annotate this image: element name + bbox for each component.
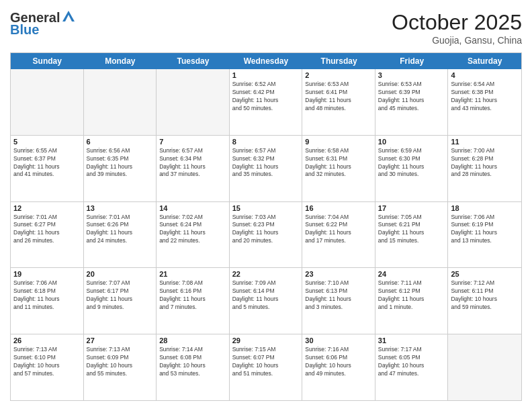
- calendar-cell: 21Sunrise: 7:08 AM Sunset: 6:16 PM Dayli…: [157, 268, 230, 334]
- calendar-body: 1Sunrise: 6:52 AM Sunset: 6:42 PM Daylig…: [11, 69, 521, 400]
- calendar-cell: 30Sunrise: 7:16 AM Sunset: 6:06 PM Dayli…: [302, 334, 375, 400]
- day-info: Sunrise: 7:08 AM Sunset: 6:16 PM Dayligh…: [159, 279, 226, 312]
- calendar-cell: 5Sunrise: 6:55 AM Sunset: 6:37 PM Daylig…: [11, 136, 84, 201]
- day-info: Sunrise: 6:59 AM Sunset: 6:30 PM Dayligh…: [378, 147, 445, 179]
- day-info: Sunrise: 7:11 AM Sunset: 6:12 PM Dayligh…: [378, 279, 445, 312]
- day-number: 24: [378, 270, 445, 278]
- day-info: Sunrise: 6:57 AM Sunset: 6:34 PM Dayligh…: [159, 147, 226, 179]
- calendar-cell: [448, 334, 521, 400]
- calendar-cell: 19Sunrise: 7:06 AM Sunset: 6:18 PM Dayli…: [11, 268, 84, 334]
- calendar-header: Sunday Monday Tuesday Wednesday Thursday…: [11, 53, 521, 69]
- calendar-cell: 11Sunrise: 7:00 AM Sunset: 6:28 PM Dayli…: [448, 136, 521, 201]
- day-info: Sunrise: 7:01 AM Sunset: 6:27 PM Dayligh…: [13, 214, 81, 246]
- day-info: Sunrise: 6:54 AM Sunset: 6:38 PM Dayligh…: [451, 81, 519, 113]
- day-number: 1: [232, 71, 300, 79]
- calendar-row-2: 12Sunrise: 7:01 AM Sunset: 6:27 PM Dayli…: [11, 202, 521, 269]
- day-number: 16: [305, 204, 372, 212]
- day-number: 18: [451, 204, 519, 212]
- day-number: 29: [232, 336, 300, 345]
- day-info: Sunrise: 6:52 AM Sunset: 6:42 PM Dayligh…: [232, 81, 300, 113]
- title-block: October 2025 Guojia, Gansu, China: [392, 10, 522, 46]
- day-info: Sunrise: 7:06 AM Sunset: 6:19 PM Dayligh…: [451, 214, 519, 246]
- calendar-cell: 27Sunrise: 7:13 AM Sunset: 6:09 PM Dayli…: [84, 334, 157, 400]
- day-number: 19: [13, 270, 81, 278]
- month-title: October 2025: [392, 10, 522, 35]
- calendar-cell: 2Sunrise: 6:53 AM Sunset: 6:41 PM Daylig…: [302, 69, 375, 135]
- day-info: Sunrise: 7:04 AM Sunset: 6:22 PM Dayligh…: [305, 214, 372, 246]
- day-info: Sunrise: 6:53 AM Sunset: 6:39 PM Dayligh…: [378, 81, 445, 113]
- weekday-wednesday: Wednesday: [230, 53, 303, 69]
- day-number: 12: [13, 204, 81, 212]
- calendar-cell: 17Sunrise: 7:05 AM Sunset: 6:21 PM Dayli…: [375, 202, 449, 268]
- day-number: 8: [232, 138, 300, 146]
- calendar-cell: 31Sunrise: 7:17 AM Sunset: 6:05 PM Dayli…: [375, 334, 449, 400]
- day-info: Sunrise: 6:53 AM Sunset: 6:41 PM Dayligh…: [305, 81, 372, 113]
- day-info: Sunrise: 7:13 AM Sunset: 6:09 PM Dayligh…: [87, 346, 154, 378]
- day-number: 11: [451, 138, 519, 146]
- calendar: Sunday Monday Tuesday Wednesday Thursday…: [10, 52, 522, 401]
- calendar-cell: 10Sunrise: 6:59 AM Sunset: 6:30 PM Dayli…: [375, 136, 449, 201]
- calendar-cell: 3Sunrise: 6:53 AM Sunset: 6:39 PM Daylig…: [375, 69, 449, 135]
- calendar-cell: 29Sunrise: 7:15 AM Sunset: 6:07 PM Dayli…: [230, 334, 303, 400]
- calendar-cell: 24Sunrise: 7:11 AM Sunset: 6:12 PM Dayli…: [375, 268, 449, 334]
- day-number: 26: [13, 336, 81, 345]
- calendar-cell: 1Sunrise: 6:52 AM Sunset: 6:42 PM Daylig…: [230, 69, 303, 135]
- day-number: 30: [305, 336, 372, 345]
- day-number: 17: [378, 204, 445, 212]
- weekday-monday: Monday: [84, 53, 157, 69]
- day-number: 7: [159, 138, 226, 146]
- day-number: 6: [87, 138, 154, 146]
- day-number: 4: [451, 71, 519, 79]
- calendar-cell: 22Sunrise: 7:09 AM Sunset: 6:14 PM Dayli…: [230, 268, 303, 334]
- day-number: 15: [232, 204, 300, 212]
- day-info: Sunrise: 7:17 AM Sunset: 6:05 PM Dayligh…: [378, 346, 445, 378]
- calendar-cell: 28Sunrise: 7:14 AM Sunset: 6:08 PM Dayli…: [157, 334, 230, 400]
- weekday-sunday: Sunday: [11, 53, 84, 69]
- location: Guojia, Gansu, China: [392, 35, 522, 46]
- calendar-cell: 8Sunrise: 6:57 AM Sunset: 6:32 PM Daylig…: [230, 136, 303, 201]
- logo: General Blue: [10, 10, 76, 37]
- calendar-cell: 20Sunrise: 7:07 AM Sunset: 6:17 PM Dayli…: [84, 268, 157, 334]
- day-number: 13: [87, 204, 154, 212]
- calendar-row-0: 1Sunrise: 6:52 AM Sunset: 6:42 PM Daylig…: [11, 69, 521, 136]
- calendar-cell: 14Sunrise: 7:02 AM Sunset: 6:24 PM Dayli…: [157, 202, 230, 268]
- day-number: 3: [378, 71, 445, 79]
- calendar-cell: 12Sunrise: 7:01 AM Sunset: 6:27 PM Dayli…: [11, 202, 84, 268]
- calendar-cell: [84, 69, 157, 135]
- day-info: Sunrise: 7:09 AM Sunset: 6:14 PM Dayligh…: [232, 279, 300, 312]
- logo-blue: Blue: [10, 22, 76, 37]
- calendar-cell: [11, 69, 84, 135]
- weekday-saturday: Saturday: [448, 53, 521, 69]
- day-info: Sunrise: 6:56 AM Sunset: 6:35 PM Dayligh…: [87, 147, 154, 179]
- calendar-cell: 23Sunrise: 7:10 AM Sunset: 6:13 PM Dayli…: [302, 268, 375, 334]
- day-number: 14: [159, 204, 226, 212]
- day-info: Sunrise: 7:10 AM Sunset: 6:13 PM Dayligh…: [305, 279, 372, 312]
- day-info: Sunrise: 7:03 AM Sunset: 6:23 PM Dayligh…: [232, 214, 300, 246]
- calendar-cell: [157, 69, 230, 135]
- calendar-cell: 16Sunrise: 7:04 AM Sunset: 6:22 PM Dayli…: [302, 202, 375, 268]
- calendar-cell: 4Sunrise: 6:54 AM Sunset: 6:38 PM Daylig…: [448, 69, 521, 135]
- calendar-cell: 6Sunrise: 6:56 AM Sunset: 6:35 PM Daylig…: [84, 136, 157, 201]
- day-number: 31: [378, 336, 445, 345]
- day-number: 21: [159, 270, 226, 278]
- calendar-cell: 25Sunrise: 7:12 AM Sunset: 6:11 PM Dayli…: [448, 268, 521, 334]
- day-number: 5: [13, 138, 81, 146]
- day-info: Sunrise: 6:55 AM Sunset: 6:37 PM Dayligh…: [13, 147, 81, 179]
- day-number: 28: [159, 336, 226, 345]
- weekday-thursday: Thursday: [302, 53, 375, 69]
- calendar-cell: 13Sunrise: 7:01 AM Sunset: 6:26 PM Dayli…: [84, 202, 157, 268]
- day-number: 9: [305, 138, 372, 146]
- day-info: Sunrise: 7:01 AM Sunset: 6:26 PM Dayligh…: [87, 214, 154, 246]
- day-info: Sunrise: 7:05 AM Sunset: 6:21 PM Dayligh…: [378, 214, 445, 246]
- page: General Blue October 2025 Guojia, Gansu,…: [0, 0, 532, 411]
- calendar-cell: 18Sunrise: 7:06 AM Sunset: 6:19 PM Dayli…: [448, 202, 521, 268]
- calendar-row-1: 5Sunrise: 6:55 AM Sunset: 6:37 PM Daylig…: [11, 136, 521, 202]
- calendar-row-3: 19Sunrise: 7:06 AM Sunset: 6:18 PM Dayli…: [11, 268, 521, 334]
- logo-icon: [61, 9, 76, 23]
- weekday-friday: Friday: [375, 53, 449, 69]
- day-info: Sunrise: 7:06 AM Sunset: 6:18 PM Dayligh…: [13, 279, 81, 312]
- day-number: 10: [378, 138, 445, 146]
- day-info: Sunrise: 7:13 AM Sunset: 6:10 PM Dayligh…: [13, 346, 81, 378]
- day-number: 27: [87, 336, 154, 345]
- calendar-cell: 7Sunrise: 6:57 AM Sunset: 6:34 PM Daylig…: [157, 136, 230, 201]
